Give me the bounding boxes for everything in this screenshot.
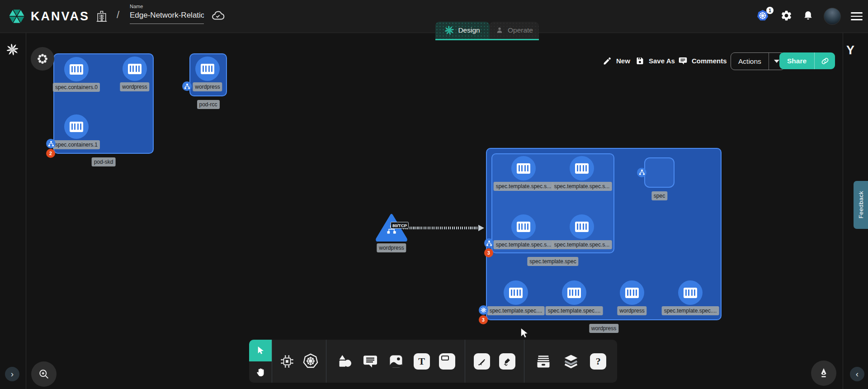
tab-design-label: Design	[458, 26, 480, 34]
group-kind-icon	[479, 305, 488, 315]
select-tool[interactable]	[249, 340, 272, 361]
tool-dock: T	[249, 340, 617, 383]
text-T-icon: T	[414, 353, 430, 370]
kubernetes-context-button[interactable]: 1	[756, 9, 770, 24]
group-label: spec.template.spec	[527, 257, 578, 266]
node-spec-containers-1[interactable]	[64, 114, 89, 139]
node-spec-template-6[interactable]	[562, 280, 586, 305]
edge-wordpress-service[interactable]	[403, 227, 479, 229]
freehand-tool[interactable]	[499, 353, 515, 370]
node-label: wordpress	[120, 82, 149, 91]
comment-icon	[678, 56, 688, 66]
pencil-scribble-icon	[499, 353, 515, 370]
group-spec-template-spec[interactable]	[491, 153, 614, 253]
kubernetes-tool[interactable]	[302, 353, 319, 370]
save-as-label: Save As	[649, 57, 675, 65]
container-icon	[517, 222, 530, 232]
design-spiral-icon	[445, 26, 454, 35]
question-mark-icon: ?	[590, 353, 606, 370]
actions-split-button[interactable]: Actions	[731, 52, 785, 70]
kanvas-logo[interactable]: KANVAS	[7, 7, 90, 26]
design-name-input[interactable]	[130, 10, 204, 24]
node-label: spec.template.spec....	[546, 306, 603, 315]
container-icon	[625, 288, 639, 298]
settings-gear-icon[interactable]	[780, 9, 793, 24]
left-rail-divider	[26, 33, 26, 389]
link-icon	[821, 57, 830, 66]
frame-tool[interactable]	[439, 353, 455, 370]
design-ink-button[interactable]	[811, 361, 836, 386]
share-split-button[interactable]: Share	[779, 52, 835, 69]
expand-left-panel-button[interactable]: ›	[5, 367, 19, 381]
node-label: spec.containers.0	[53, 83, 100, 92]
comment-tool[interactable]	[362, 353, 378, 370]
collapse-count-badge[interactable]: 3	[479, 315, 488, 324]
collapse-count-badge[interactable]: 3	[484, 248, 493, 257]
floppy-save-icon	[635, 56, 645, 66]
node-spec-template-2[interactable]	[570, 156, 594, 180]
container-icon	[509, 288, 523, 298]
pen-tool[interactable]	[474, 353, 490, 370]
node-label: spec.template.spec.s...	[552, 182, 612, 191]
mode-tabs: Design Operate	[435, 22, 539, 39]
feedback-label: Feedback	[858, 191, 864, 218]
node-spec-template-7[interactable]	[678, 280, 703, 305]
operator-person-icon	[495, 26, 504, 34]
copy-link-button[interactable]	[814, 52, 835, 69]
pan-tool[interactable]	[249, 361, 272, 383]
drawer-icon	[535, 353, 552, 370]
organization-building-icon[interactable]	[95, 9, 108, 25]
comments-button[interactable]: Comments	[678, 56, 727, 66]
container-icon	[70, 122, 83, 132]
collapse-count-badge[interactable]: 2	[46, 149, 55, 158]
feedback-tab[interactable]: Feedback	[854, 181, 868, 229]
brand-name: KANVAS	[31, 9, 90, 24]
shapes-icon	[336, 353, 353, 370]
edge-port-label: 80/TCP	[391, 222, 409, 229]
cloud-saved-icon	[211, 9, 225, 24]
group-kind-icon	[46, 139, 56, 148]
menu-hamburger-icon[interactable]	[851, 12, 863, 20]
context-count-badge: 1	[766, 7, 774, 14]
drawer-tool[interactable]	[535, 353, 552, 370]
user-avatar[interactable]	[824, 8, 841, 25]
node-wordpress-pod[interactable]	[620, 280, 644, 305]
tab-operate[interactable]: Operate	[490, 22, 539, 39]
layers-icon	[562, 353, 580, 370]
dock-section-draw	[465, 340, 524, 383]
chevron-left-icon: ‹	[856, 369, 859, 379]
image-icon	[388, 353, 404, 370]
node-label: spec.template.spec.s...	[494, 182, 554, 191]
zoom-button[interactable]	[31, 361, 57, 387]
right-rail-divider	[843, 33, 843, 389]
help-tool[interactable]: ?	[590, 353, 606, 370]
group-kind-icon	[484, 238, 494, 248]
node-kind-icon	[637, 168, 646, 177]
node-spec-template-3[interactable]	[511, 214, 536, 239]
design-name-label: Name	[130, 4, 207, 9]
node-spec-template-4[interactable]	[570, 214, 594, 239]
layers-tool[interactable]	[562, 353, 580, 370]
frame-icon	[439, 353, 455, 370]
group-kind-icon	[182, 81, 192, 91]
shapes-tool[interactable]	[336, 353, 353, 370]
save-as-button[interactable]: Save As	[635, 56, 675, 66]
container-icon	[575, 163, 589, 174]
container-icon	[517, 163, 530, 174]
new-button[interactable]: New	[603, 56, 630, 66]
components-tool[interactable]	[279, 353, 295, 370]
top-app-bar: KANVAS / Name 1	[0, 0, 868, 33]
text-tool[interactable]: T	[414, 353, 430, 370]
node-label: wordpress	[377, 243, 406, 252]
caret-down-icon	[774, 60, 779, 63]
image-tool[interactable]	[388, 353, 404, 370]
collapse-right-panel-button[interactable]: ‹	[850, 367, 864, 381]
node-spec-template-5[interactable]	[504, 280, 528, 305]
container-icon	[575, 222, 589, 232]
tab-operate-label: Operate	[508, 26, 533, 34]
tab-design[interactable]: Design	[435, 22, 490, 39]
notifications-bell-icon[interactable]	[802, 10, 814, 23]
pen-path-icon	[474, 353, 490, 370]
node-spec[interactable]	[644, 157, 675, 188]
node-spec-template-1[interactable]	[511, 156, 536, 180]
